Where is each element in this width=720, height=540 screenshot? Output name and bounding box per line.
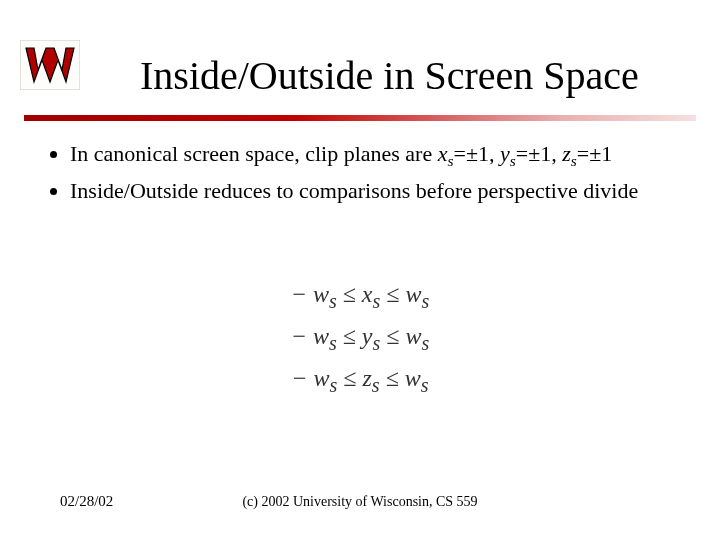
eq3-mid-sub: s: [372, 373, 380, 395]
eq1-rel2: ≤: [380, 281, 405, 307]
eq1-rhs: w: [405, 281, 421, 307]
eq3-rhs-sub: s: [421, 373, 429, 395]
var-y: y: [500, 141, 510, 166]
var-z: z: [562, 141, 571, 166]
slide: Inside/Outside in Screen Space In canoni…: [0, 0, 720, 540]
eq1-rel1: ≤: [337, 281, 362, 307]
eq2-rel2: ≤: [380, 323, 405, 349]
eq3-rhs: w: [405, 365, 421, 391]
equations-block: − ws ≤ xs ≤ ws − ws ≤ ys ≤ ws − ws ≤ zs …: [0, 275, 720, 400]
wisconsin-logo: [20, 40, 80, 90]
eq2-rhs: w: [405, 323, 421, 349]
sep-1: ,: [489, 141, 500, 166]
eq3-lhs: − w: [291, 365, 329, 391]
eq1-lhs-sub: s: [329, 290, 337, 312]
eq1-var: x: [362, 281, 373, 307]
eq1-lhs: − w: [291, 281, 329, 307]
bullet-1-prefix: In canonical screen space, clip planes a…: [70, 141, 438, 166]
sep-2: ,: [551, 141, 562, 166]
eq-3: =±1: [577, 141, 612, 166]
eq2-var: y: [362, 323, 373, 349]
eq3-var: z: [363, 365, 372, 391]
title-underline: [24, 115, 696, 121]
eq3-rel2: ≤: [380, 365, 405, 391]
bullet-1: In canonical screen space, clip planes a…: [70, 140, 670, 171]
eq-2: =±1: [516, 141, 551, 166]
equation-2: − ws ≤ ys ≤ ws: [0, 317, 720, 359]
slide-body: In canonical screen space, clip planes a…: [50, 140, 670, 210]
eq2-lhs: − w: [291, 323, 329, 349]
var-x: x: [438, 141, 448, 166]
eq1-rhs-sub: s: [422, 290, 430, 312]
eq2-rel1: ≤: [337, 323, 362, 349]
eq2-rhs-sub: s: [422, 332, 430, 354]
equation-1: − ws ≤ xs ≤ ws: [0, 275, 720, 317]
eq3-rel1: ≤: [337, 365, 362, 391]
bullet-2: Inside/Outside reduces to comparisons be…: [70, 177, 670, 205]
eq-1: =±1: [453, 141, 488, 166]
slide-title: Inside/Outside in Screen Space: [140, 52, 639, 99]
footer-copyright: (c) 2002 University of Wisconsin, CS 559: [0, 494, 720, 510]
equation-3: − ws ≤ zs ≤ ws: [0, 359, 720, 401]
eq2-lhs-sub: s: [329, 332, 337, 354]
